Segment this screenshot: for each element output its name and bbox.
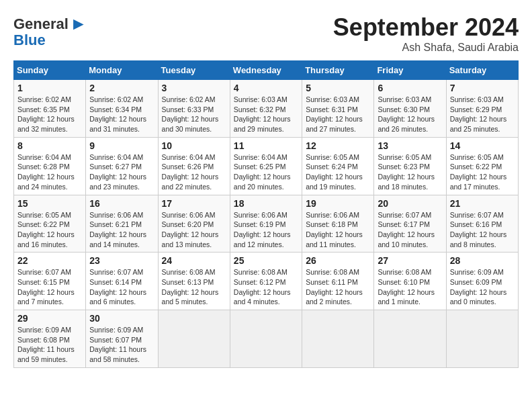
table-row: 28Sunrise: 6:09 AMSunset: 6:09 PMDayligh…: [446, 253, 518, 310]
logo-general: General: [13, 15, 69, 33]
table-row: 7Sunrise: 6:03 AMSunset: 6:29 PMDaylight…: [446, 80, 518, 138]
calendar-table: Sunday Monday Tuesday Wednesday Thursday…: [13, 60, 519, 368]
header-friday: Friday: [374, 61, 446, 80]
title-block: September 2024 Ash Shafa, Saudi Arabia: [333, 13, 519, 54]
table-row: [230, 310, 302, 368]
table-row: [302, 310, 374, 368]
calendar-row: 1Sunrise: 6:02 AMSunset: 6:35 PMDaylight…: [14, 80, 519, 138]
table-row: 10Sunrise: 6:04 AMSunset: 6:26 PMDayligh…: [158, 137, 230, 195]
header-wednesday: Wednesday: [230, 61, 302, 80]
calendar-row: 22Sunrise: 6:07 AMSunset: 6:15 PMDayligh…: [14, 253, 519, 310]
calendar-row: 8Sunrise: 6:04 AMSunset: 6:28 PMDaylight…: [14, 137, 519, 195]
table-row: 23Sunrise: 6:07 AMSunset: 6:14 PMDayligh…: [86, 253, 158, 310]
table-row: 2Sunrise: 6:02 AMSunset: 6:34 PMDaylight…: [86, 80, 158, 138]
table-row: 11Sunrise: 6:04 AMSunset: 6:25 PMDayligh…: [230, 137, 302, 195]
table-row: [446, 310, 518, 368]
table-row: 20Sunrise: 6:07 AMSunset: 6:17 PMDayligh…: [374, 195, 446, 253]
header-sunday: Sunday: [14, 61, 86, 80]
table-row: 12Sunrise: 6:05 AMSunset: 6:24 PMDayligh…: [302, 137, 374, 195]
header-thursday: Thursday: [302, 61, 374, 80]
logo-bird-icon: ►: [70, 13, 87, 34]
table-row: 18Sunrise: 6:06 AMSunset: 6:19 PMDayligh…: [230, 195, 302, 253]
table-row: 25Sunrise: 6:08 AMSunset: 6:12 PMDayligh…: [230, 253, 302, 310]
table-row: 15Sunrise: 6:05 AMSunset: 6:22 PMDayligh…: [14, 195, 86, 253]
month-title: September 2024: [333, 13, 519, 42]
table-row: [374, 310, 446, 368]
header-monday: Monday: [86, 61, 158, 80]
table-row: 14Sunrise: 6:05 AMSunset: 6:22 PMDayligh…: [446, 137, 518, 195]
table-row: 1Sunrise: 6:02 AMSunset: 6:35 PMDaylight…: [14, 80, 86, 138]
logo: General ► Blue: [13, 13, 87, 49]
header-tuesday: Tuesday: [158, 61, 230, 80]
page-header: General ► Blue September 2024 Ash Shafa,…: [13, 13, 519, 54]
table-row: 29Sunrise: 6:09 AMSunset: 6:08 PMDayligh…: [14, 310, 86, 368]
table-row: 5Sunrise: 6:03 AMSunset: 6:31 PMDaylight…: [302, 80, 374, 138]
header-saturday: Saturday: [446, 61, 518, 80]
table-row: 3Sunrise: 6:02 AMSunset: 6:33 PMDaylight…: [158, 80, 230, 138]
calendar-header-row: Sunday Monday Tuesday Wednesday Thursday…: [14, 61, 519, 80]
table-row: 8Sunrise: 6:04 AMSunset: 6:28 PMDaylight…: [14, 137, 86, 195]
table-row: 27Sunrise: 6:08 AMSunset: 6:10 PMDayligh…: [374, 253, 446, 310]
table-row: 13Sunrise: 6:05 AMSunset: 6:23 PMDayligh…: [374, 137, 446, 195]
table-row: 9Sunrise: 6:04 AMSunset: 6:27 PMDaylight…: [86, 137, 158, 195]
table-row: 22Sunrise: 6:07 AMSunset: 6:15 PMDayligh…: [14, 253, 86, 310]
table-row: 16Sunrise: 6:06 AMSunset: 6:21 PMDayligh…: [86, 195, 158, 253]
table-row: 21Sunrise: 6:07 AMSunset: 6:16 PMDayligh…: [446, 195, 518, 253]
calendar-row: 29Sunrise: 6:09 AMSunset: 6:08 PMDayligh…: [14, 310, 519, 368]
table-row: 26Sunrise: 6:08 AMSunset: 6:11 PMDayligh…: [302, 253, 374, 310]
location: Ash Shafa, Saudi Arabia: [333, 42, 519, 54]
table-row: 24Sunrise: 6:08 AMSunset: 6:13 PMDayligh…: [158, 253, 230, 310]
calendar-row: 15Sunrise: 6:05 AMSunset: 6:22 PMDayligh…: [14, 195, 519, 253]
table-row: [158, 310, 230, 368]
table-row: 6Sunrise: 6:03 AMSunset: 6:30 PMDaylight…: [374, 80, 446, 138]
table-row: 4Sunrise: 6:03 AMSunset: 6:32 PMDaylight…: [230, 80, 302, 138]
table-row: 30Sunrise: 6:09 AMSunset: 6:07 PMDayligh…: [86, 310, 158, 368]
table-row: 19Sunrise: 6:06 AMSunset: 6:18 PMDayligh…: [302, 195, 374, 253]
table-row: 17Sunrise: 6:06 AMSunset: 6:20 PMDayligh…: [158, 195, 230, 253]
